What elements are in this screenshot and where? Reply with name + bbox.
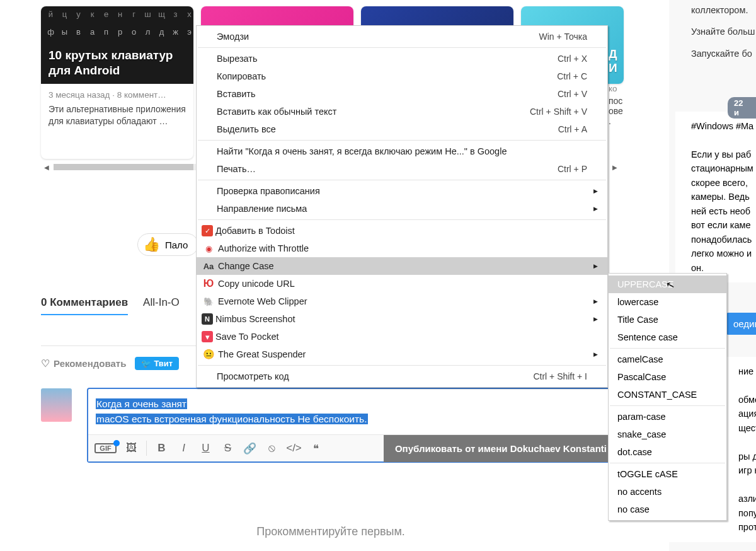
comment-actions: ♡ Рекомендовать 🐦 Твит bbox=[41, 357, 179, 370]
comments-tabs: 0 Комментариев All-In-O bbox=[41, 296, 180, 315]
suspender-icon: 😐 bbox=[202, 349, 215, 360]
pocket-icon: ▾ bbox=[202, 331, 213, 342]
submenu-item[interactable]: param-case bbox=[609, 408, 726, 426]
twitter-icon: 🐦 bbox=[141, 359, 151, 368]
recommend-button[interactable]: ♡ Рекомендовать bbox=[41, 357, 126, 369]
submenu-item[interactable]: dot.case bbox=[609, 443, 726, 461]
context-menu-item[interactable]: AaChange Case▶ bbox=[197, 257, 607, 275]
image-button[interactable]: 🖼 bbox=[120, 442, 142, 455]
tab-comments[interactable]: 0 Комментариев bbox=[41, 296, 128, 315]
comment-editor[interactable]: Когда я очень занят macOS есть встроенна… bbox=[87, 388, 619, 463]
sidebar-badge: 22 и bbox=[728, 97, 756, 119]
submenu-item[interactable]: tOGGLE cASE bbox=[609, 465, 726, 483]
italic-button[interactable]: I bbox=[173, 442, 195, 455]
submenu-item[interactable]: Sentence case bbox=[609, 328, 726, 346]
context-menu-item[interactable]: Направление письма▶ bbox=[197, 200, 607, 218]
unicode-icon: Ю bbox=[202, 278, 215, 289]
scroll-thumb[interactable] bbox=[54, 164, 193, 170]
submenu-item[interactable]: PascalCase bbox=[609, 368, 726, 386]
selected-text-line1: Когда я очень занят bbox=[96, 398, 187, 409]
context-menu-item[interactable]: ВставитьCtrl + V bbox=[197, 85, 607, 103]
bold-button[interactable]: B bbox=[151, 442, 173, 455]
chevron-right-icon: ▶ bbox=[593, 316, 598, 322]
tweet-button[interactable]: 🐦 Твит bbox=[135, 357, 179, 370]
quote-button[interactable]: ❝ bbox=[305, 442, 327, 455]
chevron-right-icon: ▶ bbox=[593, 263, 598, 269]
context-menu-item[interactable]: Печать…Ctrl + P bbox=[197, 160, 607, 178]
nimbus-icon: N bbox=[202, 313, 213, 325]
card-description: Эти альтернативные приложения для клавиа… bbox=[49, 103, 186, 127]
submenu-item[interactable]: no case bbox=[609, 501, 726, 518]
tab-allinone[interactable]: All-In-O bbox=[143, 296, 180, 315]
context-menu-item[interactable]: Найти "Когда я очень занят, я всегда вкл… bbox=[197, 142, 607, 160]
todoist-icon: ✓ bbox=[202, 225, 213, 236]
underline-button[interactable]: U bbox=[195, 442, 217, 455]
context-menu-item[interactable]: Просмотреть кодCtrl + Shift + I bbox=[197, 368, 607, 385]
first-comment-placeholder: Прокомментируйте первым. bbox=[41, 525, 621, 538]
submenu-item[interactable]: snake_case bbox=[609, 426, 726, 443]
scroll-right-button[interactable]: ▶ bbox=[609, 163, 621, 171]
submenu-item[interactable]: lowercase bbox=[609, 293, 726, 311]
submenu-item[interactable]: Title Case bbox=[609, 311, 726, 328]
code-button[interactable]: </> bbox=[283, 442, 305, 455]
card-title: 10 крутых клавиатур для Android bbox=[49, 48, 193, 79]
context-menu: ЭмодзиWin + ТочкаВырезатьCtrl + XКопиров… bbox=[196, 25, 608, 388]
strikethrough-button[interactable]: S bbox=[217, 442, 239, 455]
context-menu-item[interactable]: Проверка правописания▶ bbox=[197, 182, 607, 200]
context-menu-item[interactable]: ✓Добавить в Todoist bbox=[197, 222, 607, 240]
publish-button[interactable]: Опубликовать от имени Dokuchaev Konstant… bbox=[384, 435, 618, 462]
context-menu-item[interactable]: ◉Authorize with Throttle bbox=[197, 240, 607, 257]
submenu-item[interactable]: no accents bbox=[609, 483, 726, 501]
chevron-right-icon: ▶ bbox=[593, 351, 598, 357]
context-menu-item[interactable]: КопироватьCtrl + C bbox=[197, 67, 607, 85]
case-icon: Aa bbox=[202, 260, 215, 272]
context-menu-item[interactable]: ЭмодзиWin + Точка bbox=[197, 28, 607, 45]
context-menu-item[interactable]: ▾Save To Pocket bbox=[197, 328, 607, 345]
reaction-label: Пало bbox=[165, 240, 188, 250]
selected-text-line2: macOS есть встроенная функциональность Н… bbox=[96, 414, 368, 424]
notification-dot-icon bbox=[113, 440, 120, 446]
card-meta: 3 месяца назад · 8 коммент… bbox=[49, 90, 186, 100]
gif-button[interactable]: GIF bbox=[94, 443, 117, 453]
card-body-partial: ко пос ове . bbox=[609, 84, 659, 126]
context-submenu: UPPERCASElowercaseTitle CaseSentence cas… bbox=[608, 273, 727, 521]
context-menu-item[interactable]: Выделить всеCtrl + A bbox=[197, 120, 607, 138]
context-menu-item[interactable]: Вставить как обычный текстCtrl + Shift +… bbox=[197, 103, 607, 120]
reaction-button[interactable]: 👍 Пало bbox=[137, 233, 198, 256]
user-avatar bbox=[41, 388, 72, 422]
evernote-icon: 🐘 bbox=[202, 296, 215, 307]
thumbs-up-icon: 👍 bbox=[143, 236, 160, 253]
spoiler-button[interactable]: ⦸ bbox=[261, 442, 283, 455]
card-image: йцукенгшщзх фывапролджэ 10 крутых клавиа… bbox=[41, 6, 193, 84]
chevron-right-icon: ▶ bbox=[593, 298, 598, 304]
editor-toolbar: GIF 🖼 B I U S 🔗 ⦸ </> ❝ Опубликовать от … bbox=[88, 434, 618, 461]
sidebar-block: #Windows #Ma Если у вы рабстационарнымск… bbox=[675, 112, 756, 282]
editor-textarea[interactable]: Когда я очень занят macOS есть встроенна… bbox=[88, 389, 618, 434]
context-menu-item[interactable]: 🐘Evernote Web Clipper▶ bbox=[197, 293, 607, 310]
chevron-right-icon: ▶ bbox=[593, 206, 598, 212]
context-menu-item[interactable]: ВырезатьCtrl + X bbox=[197, 50, 607, 67]
heart-icon: ♡ bbox=[41, 357, 50, 369]
article-card[interactable]: йцукенгшщзх фывапролджэ 10 крутых клавиа… bbox=[41, 6, 193, 159]
throttle-icon: ◉ bbox=[202, 243, 215, 254]
card-title-partial: ДИ bbox=[609, 47, 617, 75]
join-button[interactable]: оедини bbox=[724, 313, 756, 335]
scroll-left-button[interactable]: ◀ bbox=[41, 163, 52, 171]
submenu-item[interactable]: camelCase bbox=[609, 351, 726, 368]
context-menu-item[interactable]: 😐The Great Suspender▶ bbox=[197, 345, 607, 363]
chevron-right-icon: ▶ bbox=[593, 188, 598, 194]
context-menu-item[interactable]: ЮCopy unicode URL bbox=[197, 275, 607, 293]
link-button[interactable]: 🔗 bbox=[239, 442, 261, 455]
context-menu-item[interactable]: NNimbus Screenshot▶ bbox=[197, 310, 607, 328]
submenu-item[interactable]: CONSTANT_CASE bbox=[609, 386, 726, 403]
